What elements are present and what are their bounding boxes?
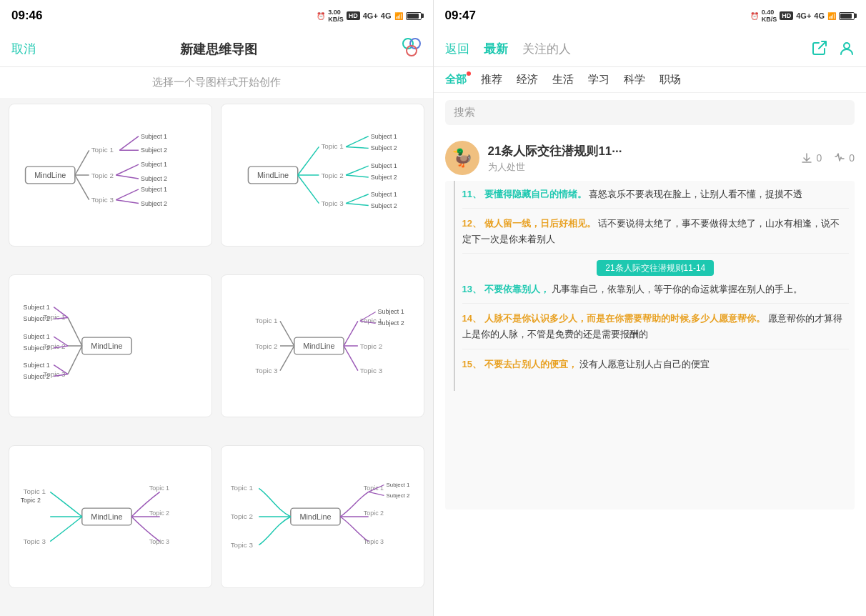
svg-text:Subject 1: Subject 1 [141,186,167,193]
mind-map-card-3[interactable]: MindLine Topic 1 Subject 1 Subject 2 Top… [9,274,212,417]
battery-icon [406,12,422,20]
cat-workplace[interactable]: 职场 [660,73,681,86]
download-count: 0 [816,152,822,164]
svg-text:Subject 1: Subject 1 [141,161,167,168]
page-title-left: 新建思维导图 [36,41,402,58]
user-icon[interactable] [839,40,855,59]
clock-icon: ⏰ [317,12,325,20]
svg-text:Topic 3: Topic 3 [24,537,46,545]
svg-text:Topic 2: Topic 2 [364,510,384,517]
title-11: 要懂得隐藏自己的情绪。 [484,189,587,199]
svg-line-37 [297,175,319,204]
status-icons-right: ⏰ 0.40KB/S HD 4G+ 4G 📶 [750,9,855,23]
section-13: 13、 不要依靠别人， 凡事靠自己，依靠别人，等于你的命运就掌握在别人的手上。 [462,282,850,304]
svg-text:Topic 2: Topic 2 [360,342,382,350]
svg-text:Subject 1: Subject 1 [370,191,397,198]
content-layout: 11、 要懂得隐藏自己的情绪。 喜怒哀乐不要表现在脸上，让别人看不懂，捉摸不透 … [445,181,855,391]
back-button[interactable]: 返回 [445,41,469,57]
svg-text:Topic 1: Topic 1 [91,146,114,154]
mind-map-card-6[interactable]: MindLine Topic 1 Topic 2 Topic 3 Topic 1… [221,445,424,588]
svg-text:Subject 1: Subject 1 [141,133,167,140]
svg-point-101 [844,43,850,49]
top-action-icons [812,40,855,59]
section-14: 14、 人脉不是你认识多少人，而是在你需要帮助的时候,多少人愿意帮你。 愿意帮你… [462,311,850,349]
article-title[interactable]: 21条人际交往潜规则11··· [488,143,792,159]
like-icon [833,151,846,164]
svg-line-69 [280,346,294,371]
cat-life[interactable]: 生活 [552,73,574,86]
mind-map-card-1[interactable]: MindLine Topic 1 Subject 1 Subject 2 Top… [9,104,212,247]
battery-icon-right [839,12,855,20]
svg-line-13 [116,164,139,175]
svg-line-15 [116,175,139,179]
cat-science[interactable]: 科学 [624,73,645,86]
svg-text:Topic 2: Topic 2 [255,342,277,350]
svg-line-33 [346,166,369,175]
search-bar[interactable]: 搜索 [445,100,855,125]
num-13: 13、 [462,284,482,294]
svg-text:Topic 1: Topic 1 [149,485,169,492]
section-14-text: 14、 人脉不是你认识多少人，而是在你需要帮助的时候,多少人愿意帮你。 愿意帮你… [462,311,850,342]
svg-text:Subject 2: Subject 2 [386,492,409,499]
nav-following[interactable]: 关注的人 [522,41,571,57]
svg-text:MindLine: MindLine [303,342,334,350]
time-right: 09:47 [445,9,476,23]
time-left: 09:46 [11,9,42,23]
notification-dot [467,71,471,76]
cat-all[interactable]: 全部 [445,73,467,86]
cat-economy[interactable]: 经济 [517,73,538,86]
wifi-icon-right: 📶 [827,12,836,20]
svg-text:Subject 2: Subject 2 [141,200,167,207]
svg-line-27 [346,136,369,147]
svg-text:Topic 1: Topic 1 [24,487,46,495]
num-14: 14、 [462,313,482,324]
status-bar-right: 09:47 ⏰ 0.40KB/S HD 4G+ 4G 📶 [434,0,867,31]
status-bar-left: 09:46 ⏰ 3.00KB/S HD 4G+ 4G 📶 [0,0,433,31]
timeline-line [454,181,455,391]
svg-text:Subject 1: Subject 1 [24,362,50,369]
section-13-text: 13、 不要依靠别人， 凡事靠自己，依靠别人，等于你的命运就掌握在别人的手上。 [462,282,850,297]
mind-map-card-5[interactable]: MindLine Topic 1 Topic 2 Topic 3 Topic 1… [9,445,212,588]
num-11: 11、 [462,189,482,199]
share-icon[interactable] [812,40,827,59]
mind-map-card-2[interactable]: MindLine Topic 1 Subject 1 Subject 2 Top… [221,104,424,247]
battery-tip-right [855,14,857,18]
cancel-button[interactable]: 取消 [11,41,36,57]
svg-text:Subject 2: Subject 2 [24,315,50,322]
top-bar-left: 取消 新建思维导图 [0,31,433,67]
section-12: 12、 做人留一线，日后好相见。 话不要说得太绝了，事不要做得太绝了，山水有相逢… [462,216,850,254]
download-action[interactable]: 0 [800,151,822,164]
svg-text:Subject 1: Subject 1 [386,482,410,488]
mindmap-icon[interactable] [402,37,422,61]
left-panel: 09:46 ⏰ 3.00KB/S HD 4G+ 4G 📶 取消 新建思维导图 选… [0,0,433,616]
article-actions: 0 0 [800,151,855,164]
section-12-text: 12、 做人留一线，日后好相见。 话不要说得太绝了，事不要做得太绝了，山水有相逢… [462,216,850,247]
subtitle-text: 选择一个导图样式开始创作 [0,67,433,98]
svg-text:MindLine: MindLine [91,512,122,521]
svg-line-45 [68,317,82,346]
clock-icon-right: ⏰ [750,12,759,20]
nav-latest[interactable]: 最新 [484,41,508,57]
svg-line-79 [344,346,358,371]
cat-recommend[interactable]: 推荐 [481,73,502,86]
svg-line-97 [368,492,384,495]
timeline-bar [445,181,462,391]
svg-text:Topic 1: Topic 1 [255,317,278,324]
svg-text:Topic 1: Topic 1 [321,142,344,150]
svg-text:Subject 2: Subject 2 [370,202,397,209]
svg-text:Topic 1: Topic 1 [230,484,253,492]
mind-map-card-4[interactable]: MindLine Topic 1 Topic 2 Topic 3 Topic 1… [221,274,424,417]
section-15: 15、 不要去占别人的便宜， 没有人愿意让别人占自己的便宜 [462,357,850,378]
network-4gplus: 4G+ [363,11,378,20]
network-4g: 4G [381,11,392,20]
like-action[interactable]: 0 [833,151,855,164]
svg-text:Subject 2: Subject 2 [141,175,167,182]
battery-tip [422,14,424,18]
svg-line-25 [297,146,319,175]
num-12: 12、 [462,218,482,229]
right-panel: 09:47 ⏰ 0.40KB/S HD 4G+ 4G 📶 返回 最新 关注的人 [434,0,867,616]
svg-line-19 [116,189,139,200]
svg-line-5 [75,150,89,175]
svg-text:Topic 2: Topic 2 [21,497,41,504]
cat-study[interactable]: 学习 [588,73,609,86]
